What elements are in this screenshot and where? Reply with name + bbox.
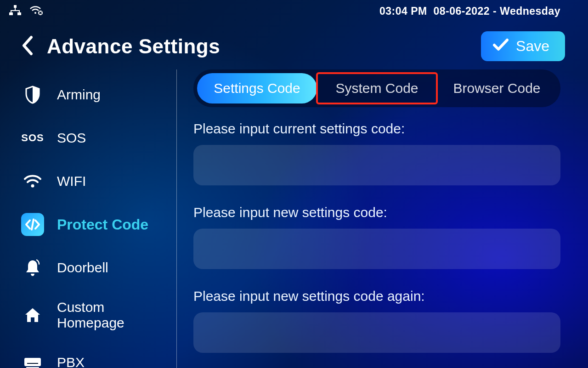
sidebar-item-label: SOS: [57, 130, 86, 146]
svg-point-9: [31, 184, 34, 188]
svg-rect-1: [15, 8, 16, 10]
ethernet-icon: [9, 5, 21, 17]
svg-rect-0: [14, 5, 17, 8]
svg-rect-2: [11, 10, 20, 11]
back-icon[interactable]: [21, 35, 34, 58]
sidebar-item-label: PBX: [57, 355, 85, 368]
home-icon: [21, 304, 44, 327]
tab-browser-code[interactable]: Browser Code: [437, 73, 557, 104]
sos-icon: SOS: [21, 126, 44, 150]
svg-rect-5: [9, 12, 13, 15]
shield-icon: [21, 83, 44, 106]
svg-line-10: [32, 219, 34, 230]
tab-settings-code[interactable]: Settings Code: [197, 73, 317, 104]
sidebar-item-arming[interactable]: Arming: [18, 73, 174, 116]
sidebar-item-wifi[interactable]: WIFI: [18, 160, 174, 203]
save-button-label: Save: [516, 38, 549, 55]
bell-icon: [21, 256, 44, 279]
sidebar-item-label: WIFI: [57, 173, 86, 189]
sidebar-item-label: Custom Homepage: [57, 299, 174, 331]
status-datetime: 03:04 PM 08-06-2022 - Wednesday: [379, 5, 560, 17]
status-bar: 03:04 PM 08-06-2022 - Wednesday: [0, 0, 588, 17]
sidebar-item-label: Arming: [57, 87, 101, 103]
current-code-label: Please input current settings code:: [193, 121, 560, 137]
confirm-code-label: Please input new settings code again:: [193, 288, 560, 304]
new-code-label: Please input new settings code:: [193, 205, 560, 220]
sidebar-item-sos[interactable]: SOS SOS: [18, 116, 174, 160]
svg-point-7: [34, 12, 36, 14]
check-icon: [493, 38, 509, 55]
main-content: Settings Code System Code Browser Code P…: [177, 69, 588, 368]
svg-rect-3: [11, 10, 11, 12]
svg-rect-11: [24, 358, 41, 366]
new-code-input[interactable]: [193, 229, 560, 269]
wifi-icon: [21, 170, 44, 193]
code-icon: [21, 213, 44, 236]
page-header: Advance Settings Save: [0, 17, 588, 69]
sidebar-item-label: Protect Code: [57, 216, 148, 233]
sidebar-item-pbx[interactable]: PBX: [18, 341, 174, 368]
code-tabs: Settings Code System Code Browser Code: [193, 69, 560, 107]
pbx-icon: [21, 351, 44, 368]
sidebar: Arming SOS SOS WIFI: [18, 69, 177, 368]
current-code-input[interactable]: [193, 145, 560, 185]
status-icons: [9, 5, 43, 17]
sidebar-item-custom-homepage[interactable]: Custom Homepage: [18, 289, 174, 341]
sidebar-item-label: Doorbell: [57, 260, 108, 276]
tab-system-code[interactable]: System Code: [317, 73, 437, 104]
svg-rect-4: [19, 10, 20, 12]
confirm-code-input[interactable]: [193, 312, 560, 353]
page-title: Advance Settings: [47, 35, 220, 58]
svg-rect-13: [27, 363, 38, 364]
svg-rect-6: [17, 12, 21, 15]
sidebar-item-protect-code[interactable]: Protect Code: [18, 203, 174, 246]
wifi-off-icon: [29, 5, 43, 17]
sidebar-item-doorbell[interactable]: Doorbell: [18, 246, 174, 289]
save-button[interactable]: Save: [481, 31, 565, 61]
